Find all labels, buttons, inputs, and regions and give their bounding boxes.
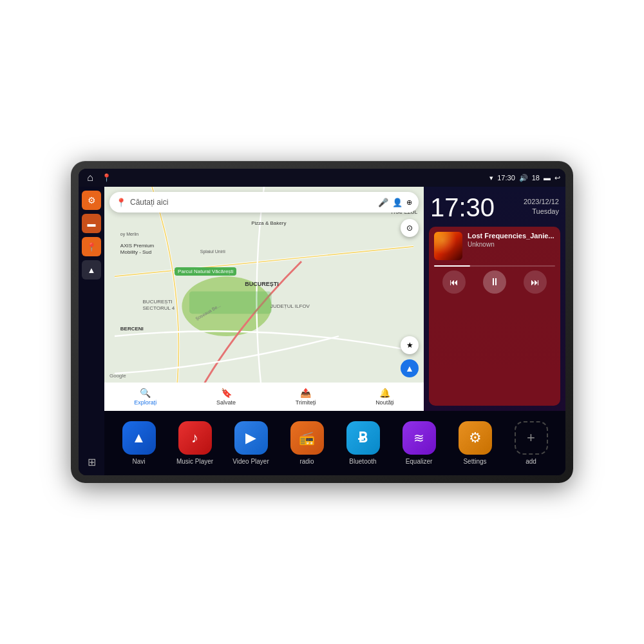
center-content: AXIS PremiumMobility - Sud Pizza & Baker…: [104, 187, 565, 475]
settings-icon: ⚙: [88, 195, 96, 205]
music-progress-fill: [434, 265, 470, 267]
album-art-visual: [434, 232, 462, 260]
volume-icon: 🔊: [519, 174, 528, 182]
news-label: Noutăți: [375, 399, 394, 406]
user-icon[interactable]: 👤: [392, 198, 402, 207]
sidebar-map-btn[interactable]: 📍: [82, 237, 101, 256]
map-area[interactable]: AXIS PremiumMobility - Sud Pizza & Baker…: [104, 187, 424, 411]
location-merlin: oy Merlin: [120, 232, 138, 236]
svg-line-2: [115, 247, 413, 276]
map-share-btn[interactable]: 📤 Trimiteți: [296, 388, 316, 406]
location-axis: AXIS PremiumMobility - Sud: [120, 243, 154, 256]
home-button[interactable]: ⌂: [84, 171, 97, 184]
grid-icon: ⊞: [88, 456, 96, 468]
sidebar-nav-btn[interactable]: ▲: [82, 260, 101, 279]
radio-label: radio: [299, 458, 314, 465]
day-value: Tuesday: [532, 207, 559, 215]
compass-button[interactable]: ⊙: [401, 219, 419, 237]
app-settings[interactable]: ⚙ Settings: [456, 421, 495, 465]
add-app-icon: +: [515, 421, 548, 455]
apps-row: ▲ Navi ♪ Music Player ▶ Vid: [104, 411, 565, 475]
saved-label: Salvate: [216, 399, 236, 406]
search-placeholder-text: Căutați aici: [130, 198, 374, 207]
car-head-unit: ⌂ 📍 ▾ 17:30 🔊 18 ▬ ↩ ⚙ ▬: [71, 161, 573, 483]
map-search-bar[interactable]: 📍 Căutați aici 🎤 👤 ⊕: [109, 192, 419, 213]
music-player-label: Music Player: [176, 458, 213, 465]
app-bluetooth[interactable]: Ƀ Bluetooth: [344, 421, 383, 465]
equalizer-label: Equalizer: [406, 458, 433, 465]
equalizer-icon: ≋: [402, 421, 436, 455]
music-info: Lost Frequencies_Janie... Unknown: [468, 232, 555, 248]
app-music-player[interactable]: ♪ Music Player: [176, 421, 214, 465]
google-logo: Google: [109, 373, 126, 379]
status-bar: ⌂ 📍 ▾ 17:30 🔊 18 ▬ ↩: [79, 169, 565, 187]
map-saved-btn[interactable]: 🔖 Salvate: [216, 388, 236, 406]
navi-label: Navi: [132, 458, 145, 465]
share-label: Trimiteți: [296, 399, 316, 406]
left-sidebar: ⚙ ▬ 📍 ▲ ⊞: [79, 187, 104, 475]
main-area: ⚙ ▬ 📍 ▲ ⊞: [79, 187, 565, 475]
bluetooth-icon: Ƀ: [346, 421, 380, 455]
map-background: AXIS PremiumMobility - Sud Pizza & Baker…: [104, 187, 424, 411]
share-icon: 📤: [300, 388, 311, 398]
right-panel: 17:30 2023/12/12 Tuesday: [424, 187, 565, 411]
navi-icon: ▲: [122, 421, 156, 455]
back-button[interactable]: ↩: [554, 174, 560, 182]
sidebar-grid-btn[interactable]: ⊞: [82, 452, 101, 471]
screen: ⌂ 📍 ▾ 17:30 🔊 18 ▬ ↩ ⚙ ▬: [79, 169, 565, 475]
location-bucuresti: BUCUREȘTI: [245, 281, 279, 287]
app-navi[interactable]: ▲ Navi: [120, 421, 158, 465]
battery-icon: ▬: [544, 174, 551, 182]
news-icon: 🔔: [379, 388, 390, 398]
battery-level: 18: [532, 174, 540, 182]
app-equalizer[interactable]: ≋ Equalizer: [400, 421, 439, 465]
bluetooth-label: Bluetooth: [349, 458, 376, 465]
location-pizza: Pizza & Bakery: [251, 220, 286, 226]
explore-icon: 🔍: [140, 388, 151, 398]
svg-rect-3: [189, 291, 272, 314]
date-value: 2023/12/12: [524, 198, 559, 205]
music-player: Lost Frequencies_Janie... Unknown ⏮ ⏸ ⏭: [429, 227, 560, 406]
layers-icon[interactable]: ⊕: [406, 198, 412, 207]
add-label: add: [526, 458, 536, 465]
location-sector4: BUCUREȘTISECTORUL 4: [143, 299, 175, 312]
music-progress-bar[interactable]: [434, 265, 555, 267]
map-news-btn[interactable]: 🔔 Noutăți: [375, 388, 394, 406]
wifi-icon: ▾: [489, 174, 493, 182]
settings-label: Settings: [463, 458, 486, 465]
sidebar-settings-btn[interactable]: ⚙: [82, 191, 101, 210]
nav-arrow-icon: ▲: [88, 265, 96, 275]
search-right-icons: 🎤 👤 ⊕: [378, 198, 412, 207]
pause-button[interactable]: ⏸: [483, 270, 506, 294]
clock-section: 17:30 2023/12/12 Tuesday: [429, 192, 560, 223]
clock-date-display: 2023/12/12 Tuesday: [524, 197, 559, 217]
music-artist: Unknown: [468, 241, 555, 248]
location-judet: JUDEȚUL ILFOV: [270, 303, 310, 309]
location-parc: Parcul Natural Văcărești: [175, 267, 236, 276]
music-top: Lost Frequencies_Janie... Unknown: [434, 232, 555, 260]
status-left: ⌂ 📍: [84, 171, 111, 184]
app-add[interactable]: + add: [512, 421, 551, 465]
next-button[interactable]: ⏭: [524, 270, 547, 294]
status-right: ▾ 17:30 🔊 18 ▬ ↩: [489, 174, 560, 182]
location-splaiul: Splaiul Unirii: [200, 249, 225, 254]
microphone-icon[interactable]: 🎤: [378, 198, 388, 207]
star-button[interactable]: ★: [401, 336, 419, 354]
nav-icon: 📍: [102, 173, 111, 182]
settings-app-icon: ⚙: [459, 421, 492, 455]
navigate-fab[interactable]: ▲: [401, 359, 419, 377]
album-art: [434, 232, 462, 260]
map-explore-btn[interactable]: 🔍 Explorați: [134, 388, 156, 406]
sidebar-files-btn[interactable]: ▬: [82, 214, 101, 233]
radio-icon: 📻: [290, 421, 324, 455]
prev-button[interactable]: ⏮: [442, 270, 466, 294]
clock-status: 17:30: [497, 174, 515, 182]
app-radio[interactable]: 📻 radio: [288, 421, 327, 465]
explore-label: Explorați: [134, 399, 156, 406]
app-video-player[interactable]: ▶ Video Player: [232, 421, 270, 465]
music-title: Lost Frequencies_Janie...: [468, 232, 555, 240]
video-player-icon: ▶: [234, 421, 268, 455]
map-bottom-bar: 🔍 Explorați 🔖 Salvate 📤 Trimiteți: [104, 383, 424, 411]
location-berceni: BERCENI: [120, 326, 144, 332]
google-maps-pin-icon: 📍: [116, 198, 126, 207]
